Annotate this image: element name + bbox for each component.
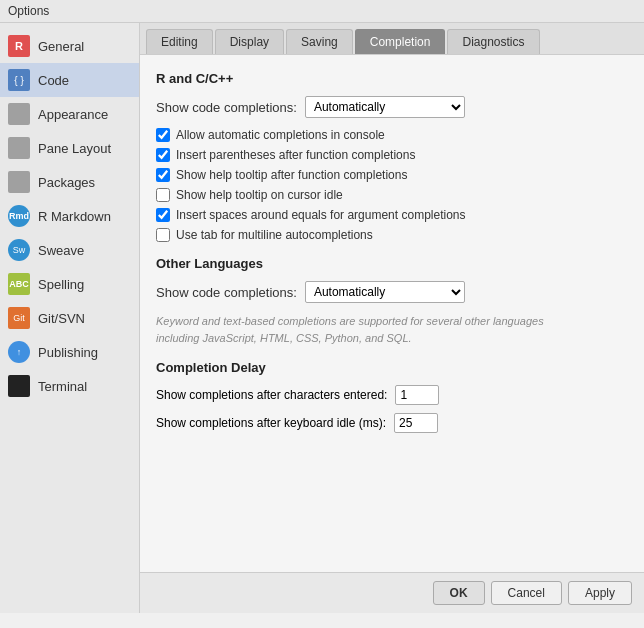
- show-completions-row-other: Show code completions: AutomaticallyWhen…: [156, 281, 628, 303]
- checkbox-insert-parens[interactable]: [156, 148, 170, 162]
- checkbox-show-help-tooltip-idle[interactable]: [156, 188, 170, 202]
- sidebar-label-sweave: Sweave: [38, 243, 84, 258]
- content-area: EditingDisplaySavingCompletionDiagnostic…: [140, 23, 644, 613]
- sidebar-icon-rmarkdown: Rmd: [8, 205, 30, 227]
- sidebar-icon-packages: [8, 171, 30, 193]
- sidebar-item-sweave[interactable]: SwSweave: [0, 233, 139, 267]
- tab-saving[interactable]: Saving: [286, 29, 353, 54]
- show-completions-label-r: Show code completions:: [156, 100, 297, 115]
- checkbox-row-show-help-tooltip-fn: Show help tooltip after function complet…: [156, 168, 628, 182]
- checkbox-label-show-help-tooltip-idle: Show help tooltip on cursor idle: [176, 188, 343, 202]
- sidebar-label-terminal: Terminal: [38, 379, 87, 394]
- sidebar-icon-spelling: ABC: [8, 273, 30, 295]
- title-label: Options: [8, 4, 49, 18]
- sidebar-item-appearance[interactable]: Appearance: [0, 97, 139, 131]
- sidebar-icon-terminal: [8, 375, 30, 397]
- tab-diagnostics[interactable]: Diagnostics: [447, 29, 539, 54]
- delay-keyboard-row: Show completions after keyboard idle (ms…: [156, 413, 628, 433]
- sidebar-icon-pane-layout: [8, 137, 30, 159]
- delay-keyboard-input[interactable]: [394, 413, 438, 433]
- section-r-cpp-title: R and C/C++: [156, 71, 628, 86]
- sidebar-item-spelling[interactable]: ABCSpelling: [0, 267, 139, 301]
- checkbox-label-show-help-tooltip-fn: Show help tooltip after function complet…: [176, 168, 407, 182]
- delay-chars-row: Show completions after characters entere…: [156, 385, 628, 405]
- sidebar-label-gitsvn: Git/SVN: [38, 311, 85, 326]
- checkbox-row-insert-parens: Insert parentheses after function comple…: [156, 148, 628, 162]
- sidebar-icon-general: R: [8, 35, 30, 57]
- sidebar-icon-publishing: ↑: [8, 341, 30, 363]
- tab-bar: EditingDisplaySavingCompletionDiagnostic…: [140, 23, 644, 55]
- show-completions-dropdown-r[interactable]: AutomaticallyWhen Triggered ($)Never: [305, 96, 465, 118]
- sidebar-icon-gitsvn: Git: [8, 307, 30, 329]
- checkbox-row-auto-completions-console: Allow automatic completions in console: [156, 128, 628, 142]
- sidebar-icon-code: { }: [8, 69, 30, 91]
- show-completions-label-other: Show code completions:: [156, 285, 297, 300]
- show-completions-row-r: Show code completions: AutomaticallyWhen…: [156, 96, 628, 118]
- section-r-cpp: R and C/C++ Show code completions: Autom…: [156, 71, 628, 242]
- sidebar-item-code[interactable]: { }Code: [0, 63, 139, 97]
- section-other-languages: Other Languages Show code completions: A…: [156, 256, 628, 346]
- checkbox-label-use-tab-multiline: Use tab for multiline autocompletions: [176, 228, 373, 242]
- delay-keyboard-label: Show completions after keyboard idle (ms…: [156, 416, 386, 430]
- sidebar-label-packages: Packages: [38, 175, 95, 190]
- panel-content: R and C/C++ Show code completions: Autom…: [140, 55, 644, 572]
- sidebar-label-publishing: Publishing: [38, 345, 98, 360]
- tab-completion[interactable]: Completion: [355, 29, 446, 54]
- sidebar: RGeneral{ }CodeAppearancePane LayoutPack…: [0, 23, 140, 613]
- sidebar-item-general[interactable]: RGeneral: [0, 29, 139, 63]
- apply-button[interactable]: Apply: [568, 581, 632, 605]
- checkboxes-r: Allow automatic completions in consoleIn…: [156, 128, 628, 242]
- sidebar-label-general: General: [38, 39, 84, 54]
- sidebar-item-packages[interactable]: Packages: [0, 165, 139, 199]
- checkbox-show-help-tooltip-fn[interactable]: [156, 168, 170, 182]
- checkbox-use-tab-multiline[interactable]: [156, 228, 170, 242]
- footer: OK Cancel Apply: [140, 572, 644, 613]
- checkbox-label-insert-spaces-equals: Insert spaces around equals for argument…: [176, 208, 466, 222]
- sidebar-label-code: Code: [38, 73, 69, 88]
- section-completion-delay: Completion Delay Show completions after …: [156, 360, 628, 433]
- sidebar-icon-appearance: [8, 103, 30, 125]
- checkbox-insert-spaces-equals[interactable]: [156, 208, 170, 222]
- cancel-button[interactable]: Cancel: [491, 581, 562, 605]
- checkbox-row-show-help-tooltip-idle: Show help tooltip on cursor idle: [156, 188, 628, 202]
- sidebar-item-terminal[interactable]: Terminal: [0, 369, 139, 403]
- sidebar-item-pane-layout[interactable]: Pane Layout: [0, 131, 139, 165]
- checkbox-row-insert-spaces-equals: Insert spaces around equals for argument…: [156, 208, 628, 222]
- sidebar-icon-sweave: Sw: [8, 239, 30, 261]
- sidebar-label-spelling: Spelling: [38, 277, 84, 292]
- sidebar-item-rmarkdown[interactable]: RmdR Markdown: [0, 199, 139, 233]
- sidebar-label-rmarkdown: R Markdown: [38, 209, 111, 224]
- tab-editing[interactable]: Editing: [146, 29, 213, 54]
- checkbox-row-use-tab-multiline: Use tab for multiline autocompletions: [156, 228, 628, 242]
- delay-chars-input[interactable]: [395, 385, 439, 405]
- sidebar-item-gitsvn[interactable]: GitGit/SVN: [0, 301, 139, 335]
- checkbox-label-auto-completions-console: Allow automatic completions in console: [176, 128, 385, 142]
- checkbox-auto-completions-console[interactable]: [156, 128, 170, 142]
- title-bar: Options: [0, 0, 644, 23]
- delay-chars-label: Show completions after characters entere…: [156, 388, 387, 402]
- sidebar-label-pane-layout: Pane Layout: [38, 141, 111, 156]
- show-completions-dropdown-other[interactable]: AutomaticallyWhen Triggered ($)Never: [305, 281, 465, 303]
- tab-display[interactable]: Display: [215, 29, 284, 54]
- checkbox-label-insert-parens: Insert parentheses after function comple…: [176, 148, 415, 162]
- sidebar-item-publishing[interactable]: ↑Publishing: [0, 335, 139, 369]
- section-completion-delay-title: Completion Delay: [156, 360, 628, 375]
- ok-button[interactable]: OK: [433, 581, 485, 605]
- info-text-other: Keyword and text-based completions are s…: [156, 313, 628, 346]
- section-other-languages-title: Other Languages: [156, 256, 628, 271]
- sidebar-label-appearance: Appearance: [38, 107, 108, 122]
